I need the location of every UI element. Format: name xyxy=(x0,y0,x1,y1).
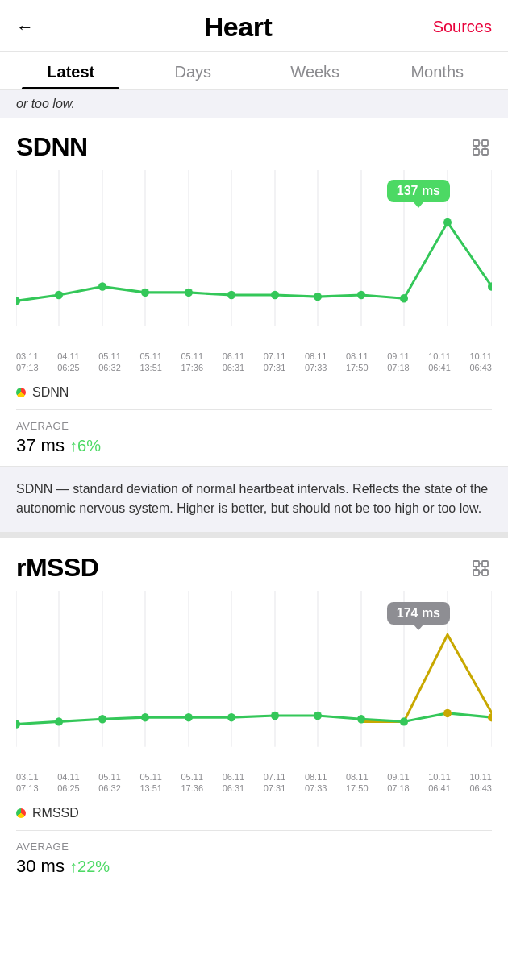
svg-point-28 xyxy=(357,291,365,299)
svg-rect-1 xyxy=(482,140,488,146)
x-label-1: 04.1106:25 xyxy=(57,351,80,374)
svg-point-24 xyxy=(185,289,193,297)
svg-point-30 xyxy=(443,218,452,226)
rmssd-x-label-7: 08.1107:33 xyxy=(305,771,327,795)
sdnn-tooltip: 137 ms xyxy=(387,180,450,202)
rmssd-x-label-10: 10.1106:41 xyxy=(428,771,451,795)
sdnn-legend-label: SDNN xyxy=(32,385,69,400)
rmssd-x-label-8: 08.1117:50 xyxy=(346,771,369,795)
x-label-6: 07.1107:31 xyxy=(264,351,286,374)
x-label-3: 05.1113:51 xyxy=(139,351,162,374)
sdnn-chart: 137 ms xyxy=(16,170,492,347)
rmssd-expand-button[interactable] xyxy=(469,557,492,579)
tab-weeks[interactable]: Weeks xyxy=(254,52,377,89)
truncated-description: or too low. xyxy=(0,90,508,118)
svg-point-21 xyxy=(55,291,63,299)
rmssd-tooltip: 174 ms xyxy=(387,602,450,625)
rmssd-average-label: AVERAGE xyxy=(16,841,492,853)
x-label-9: 09.1107:18 xyxy=(387,351,410,374)
x-label-0: 03.1107:13 xyxy=(16,351,39,374)
sources-button[interactable]: Sources xyxy=(427,18,492,36)
rmssd-x-label-1: 04.1106:25 xyxy=(57,771,80,795)
x-label-8: 08.1117:50 xyxy=(346,351,369,374)
sdnn-change: ↑6% xyxy=(69,437,101,455)
tab-months[interactable]: Months xyxy=(377,52,499,89)
tab-bar: Latest Days Weeks Months xyxy=(0,52,508,90)
sdnn-average-label: AVERAGE xyxy=(16,420,492,432)
rmssd-chart: 174 ms xyxy=(16,591,492,768)
x-label-7: 08.1107:33 xyxy=(305,351,327,374)
sdnn-legend-dot xyxy=(16,388,26,397)
x-label-4: 05.1117:36 xyxy=(181,351,204,374)
rmssd-x-label-3: 05.1113:51 xyxy=(139,771,162,795)
rmssd-x-label-9: 09.1107:18 xyxy=(387,771,410,795)
sdnn-section: SDNN 137 ms xyxy=(0,118,508,410)
svg-point-53 xyxy=(55,717,63,725)
header: ← Heart Sources xyxy=(0,0,508,52)
svg-point-61 xyxy=(400,717,408,725)
sdnn-x-labels: 03.1107:13 04.1106:25 05.1106:32 05.1113… xyxy=(16,347,492,380)
rmssd-header: rMSSD xyxy=(16,553,492,583)
x-label-2: 05.1106:32 xyxy=(98,351,121,374)
sdnn-header: SDNN xyxy=(16,132,492,162)
svg-rect-2 xyxy=(482,149,488,155)
x-label-5: 06.1106:31 xyxy=(223,351,245,374)
svg-point-55 xyxy=(141,713,149,721)
svg-point-29 xyxy=(400,294,408,302)
svg-point-59 xyxy=(314,712,322,720)
rmssd-stats: AVERAGE 30 ms ↑22% xyxy=(0,831,508,887)
svg-point-58 xyxy=(271,712,279,720)
sdnn-description: SDNN — standard deviation of normal hear… xyxy=(0,467,508,539)
svg-point-63 xyxy=(488,713,492,721)
sdnn-legend: SDNN xyxy=(16,380,492,410)
rmssd-legend-label: RMSSD xyxy=(32,806,79,820)
x-label-10: 10.1106:41 xyxy=(428,351,451,374)
rmssd-legend-dot xyxy=(16,808,26,818)
svg-point-57 xyxy=(227,713,235,721)
svg-point-54 xyxy=(98,715,106,723)
svg-rect-32 xyxy=(473,561,479,567)
rmssd-x-label-5: 06.1106:31 xyxy=(223,771,245,795)
svg-rect-34 xyxy=(482,570,488,575)
back-button[interactable]: ← xyxy=(16,17,48,38)
svg-rect-3 xyxy=(473,149,479,155)
svg-rect-35 xyxy=(473,570,479,575)
svg-point-60 xyxy=(357,715,365,723)
svg-point-26 xyxy=(271,291,279,299)
rmssd-title: rMSSD xyxy=(16,553,98,583)
rmssd-x-labels: 03.1107:13 04.1106:25 05.1106:32 05.1113… xyxy=(16,768,492,801)
svg-rect-0 xyxy=(473,140,479,146)
sdnn-average-value: 37 ms ↑6% xyxy=(16,435,492,456)
tab-latest[interactable]: Latest xyxy=(10,52,132,89)
rmssd-change: ↑22% xyxy=(69,858,110,875)
rmssd-average-value: 30 ms ↑22% xyxy=(16,856,492,877)
svg-point-22 xyxy=(98,282,106,290)
sdnn-stats: AVERAGE 37 ms ↑6% xyxy=(0,410,508,467)
rmssd-section: rMSSD 174 ms xyxy=(0,538,508,831)
rmssd-x-label-4: 05.1117:36 xyxy=(181,771,204,795)
svg-rect-33 xyxy=(482,561,488,567)
page-title: Heart xyxy=(204,11,272,43)
svg-point-52 xyxy=(16,720,20,728)
svg-point-20 xyxy=(16,297,20,305)
svg-point-27 xyxy=(314,293,322,301)
sdnn-description-text: SDNN — standard deviation of normal hear… xyxy=(16,480,492,520)
x-label-11: 10.1106:43 xyxy=(469,351,492,374)
svg-point-23 xyxy=(141,289,149,297)
svg-point-62 xyxy=(443,709,452,717)
rmssd-x-label-2: 05.1106:32 xyxy=(98,771,121,795)
rmssd-legend: RMSSD xyxy=(16,801,492,831)
sdnn-title: SDNN xyxy=(16,132,88,162)
rmssd-x-label-11: 10.1106:43 xyxy=(469,771,492,795)
rmssd-x-label-6: 07.1107:31 xyxy=(264,771,286,795)
tab-days[interactable]: Days xyxy=(132,52,255,89)
rmssd-x-label-0: 03.1107:13 xyxy=(16,771,39,795)
svg-point-56 xyxy=(185,713,193,721)
svg-point-25 xyxy=(227,291,235,299)
sdnn-expand-button[interactable] xyxy=(469,136,492,159)
